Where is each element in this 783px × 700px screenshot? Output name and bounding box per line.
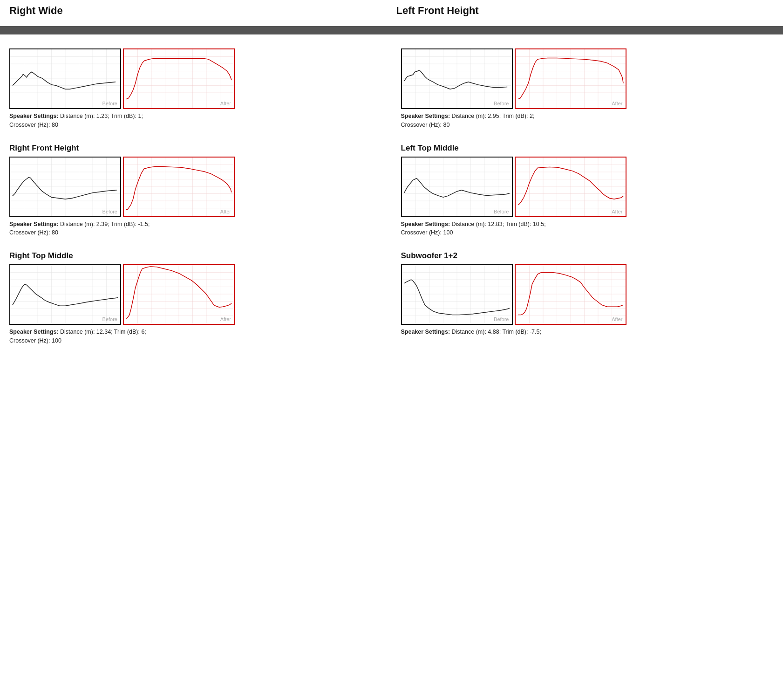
- title-left-top-middle: Left Top Middle: [401, 144, 774, 153]
- chart-svg-before-left-top-middle: [402, 158, 512, 216]
- chart-before-left-front-height: Before: [401, 48, 513, 109]
- speaker-block-right-front-height: Right Front Height: [9, 144, 382, 238]
- speaker-block-right-wide: Before: [9, 48, 382, 130]
- title-subwoofer: Subwoofer 1+2: [401, 251, 774, 261]
- after-label-left-front-height: After: [612, 101, 622, 106]
- chart-after-subwoofer: After: [515, 264, 626, 325]
- row-pair-1: Before: [9, 48, 774, 130]
- chart-pair-subwoofer: Before: [401, 264, 774, 325]
- speaker-block-left-front-height: Before: [401, 48, 774, 130]
- chart-before-right-top-middle: Before: [9, 264, 121, 325]
- title-right-top-middle: Right Top Middle: [9, 251, 382, 261]
- right-wide-title: Right Wide: [9, 5, 63, 16]
- before-label-right-front-height: Before: [102, 209, 117, 214]
- speaker-block-left-top-middle: Left Top Middle: [401, 144, 774, 238]
- left-front-height-header: Left Front Height: [387, 5, 774, 17]
- main-content: Before: [0, 44, 783, 364]
- chart-pair-right-front-height: Before: [9, 157, 382, 217]
- before-label-right-top-middle: Before: [102, 316, 117, 322]
- settings-right-wide: Speaker Settings: Distance (m): 1.23; Tr…: [9, 112, 382, 130]
- before-label-left-front-height: Before: [494, 101, 509, 106]
- chart-svg-before-subwoofer: [402, 265, 512, 324]
- speaker-block-subwoofer: Subwoofer 1+2: [401, 251, 774, 345]
- settings-subwoofer: Speaker Settings: Distance (m): 4.88; Tr…: [401, 328, 774, 336]
- chart-pair-right-wide: Before: [9, 48, 382, 109]
- chart-svg-after-right-top-middle: [124, 265, 234, 324]
- row-pair-2: Right Front Height: [9, 144, 774, 238]
- after-label-right-top-middle: After: [220, 316, 231, 322]
- divider-bar: [0, 26, 783, 34]
- left-front-height-title: Left Front Height: [396, 5, 479, 16]
- chart-before-right-wide: Before: [9, 48, 121, 109]
- chart-svg-after-left-top-middle: [516, 158, 626, 216]
- after-label-right-wide: After: [220, 101, 231, 106]
- chart-svg-after-left-front-height: [516, 49, 626, 108]
- settings-left-front-height: Speaker Settings: Distance (m): 2.95; Tr…: [401, 112, 774, 130]
- before-label-subwoofer: Before: [494, 316, 509, 322]
- chart-svg-after-subwoofer: [516, 265, 626, 324]
- chart-after-right-top-middle: After: [123, 264, 235, 325]
- after-label-left-top-middle: After: [612, 209, 622, 214]
- chart-after-right-wide: After: [123, 48, 235, 109]
- chart-svg-before-left-front-height: [402, 49, 512, 108]
- chart-pair-left-front-height: Before: [401, 48, 774, 109]
- chart-before-subwoofer: Before: [401, 264, 513, 325]
- chart-svg-before-right-front-height: [10, 158, 120, 216]
- chart-svg-before-right-top-middle: [10, 265, 120, 324]
- before-label-left-top-middle: Before: [494, 209, 509, 214]
- after-label-subwoofer: After: [612, 316, 622, 322]
- row-pair-3: Right Top Middle: [9, 251, 774, 345]
- chart-svg-before-right-wide: [10, 49, 120, 108]
- before-label-right-wide: Before: [102, 101, 117, 106]
- chart-before-left-top-middle: Before: [401, 157, 513, 217]
- settings-right-front-height: Speaker Settings: Distance (m): 2.39; Tr…: [9, 220, 382, 238]
- chart-after-left-top-middle: After: [515, 157, 626, 217]
- chart-before-right-front-height: Before: [9, 157, 121, 217]
- chart-pair-left-top-middle: Before: [401, 157, 774, 217]
- chart-after-left-front-height: After: [515, 48, 626, 109]
- chart-svg-after-right-front-height: [124, 158, 234, 216]
- chart-after-right-front-height: After: [123, 157, 235, 217]
- speaker-block-right-top-middle: Right Top Middle: [9, 251, 382, 345]
- after-label-right-front-height: After: [220, 209, 231, 214]
- title-right-front-height: Right Front Height: [9, 144, 382, 153]
- chart-svg-after-right-wide: [124, 49, 234, 108]
- top-header: Right Wide Left Front Height: [0, 0, 783, 21]
- right-wide-header: Right Wide: [9, 5, 387, 17]
- settings-left-top-middle: Speaker Settings: Distance (m): 12.83; T…: [401, 220, 774, 238]
- settings-right-top-middle: Speaker Settings: Distance (m): 12.34; T…: [9, 328, 382, 345]
- chart-pair-right-top-middle: Before: [9, 264, 382, 325]
